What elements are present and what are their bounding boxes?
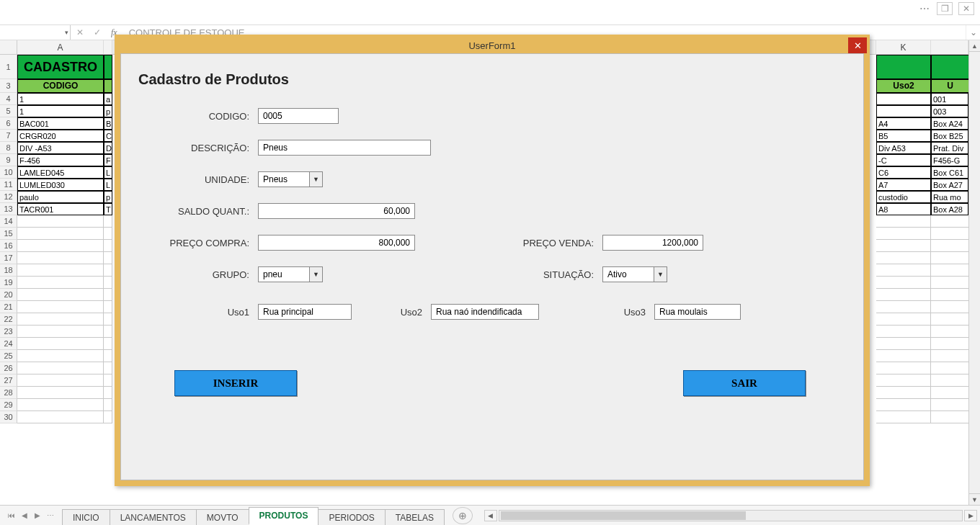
descricao-input[interactable]: [258, 140, 431, 156]
cell[interactable]: [104, 411, 112, 423]
row-header[interactable]: 11: [0, 179, 17, 191]
cell[interactable]: custodio: [876, 191, 931, 203]
cell[interactable]: [104, 264, 112, 277]
cell[interactable]: [931, 228, 968, 240]
row-header[interactable]: 27: [0, 374, 17, 387]
scroll-up-icon[interactable]: ▲: [969, 40, 980, 52]
close-button[interactable]: ✕: [848, 37, 867, 53]
cell[interactable]: [931, 387, 968, 399]
cell[interactable]: A4: [876, 117, 931, 130]
cell[interactable]: 001: [931, 93, 968, 105]
cell[interactable]: [876, 277, 931, 289]
cell[interactable]: [104, 252, 112, 264]
cell[interactable]: [931, 411, 968, 423]
row-header[interactable]: 30: [0, 411, 17, 423]
cell[interactable]: [931, 215, 968, 228]
cell[interactable]: L: [104, 166, 112, 179]
cell[interactable]: [17, 215, 104, 228]
add-sheet-button[interactable]: ⊕: [453, 507, 473, 524]
cell[interactable]: C6: [876, 166, 931, 179]
cell[interactable]: [876, 105, 931, 117]
chevron-down-icon[interactable]: ▼: [654, 267, 667, 282]
cell[interactable]: [17, 387, 104, 399]
cell[interactable]: DIV -A53: [17, 142, 104, 154]
row-header[interactable]: 22: [0, 313, 17, 326]
cell[interactable]: [17, 374, 104, 387]
cell[interactable]: TACR001: [17, 203, 104, 215]
restore-window-icon[interactable]: ❐: [937, 2, 953, 15]
row-header[interactable]: 12: [0, 191, 17, 203]
preco-compra-input[interactable]: [258, 235, 415, 251]
cell[interactable]: [876, 338, 931, 350]
cell[interactable]: [104, 338, 112, 350]
cancel-icon[interactable]: ✕: [76, 27, 84, 37]
row-header[interactable]: 17: [0, 252, 17, 264]
sheet-tab[interactable]: INICIO: [62, 509, 110, 525]
cell[interactable]: CRGR020: [17, 130, 104, 142]
cell[interactable]: -C: [876, 154, 931, 166]
cell[interactable]: [931, 374, 968, 387]
row-header[interactable]: 20: [0, 289, 17, 301]
row-header[interactable]: 9: [0, 154, 17, 166]
cell[interactable]: [876, 387, 931, 399]
cell[interactable]: [17, 326, 104, 338]
cell[interactable]: [931, 399, 968, 411]
uso3-input[interactable]: [654, 304, 741, 320]
cell[interactable]: Div A53: [876, 142, 931, 154]
cell[interactable]: LUMLED030: [17, 179, 104, 191]
chevron-down-icon[interactable]: ▼: [309, 172, 322, 187]
tab-prev-icon[interactable]: ◀: [19, 510, 30, 521]
row-header[interactable]: 1: [0, 55, 17, 79]
sheet-tab[interactable]: PRODUTOS: [249, 507, 319, 525]
column-header[interactable]: [104, 40, 112, 54]
name-box[interactable]: ▾: [0, 25, 71, 40]
row-header[interactable]: 5: [0, 105, 17, 117]
cell[interactable]: [931, 55, 968, 79]
scroll-track[interactable]: [499, 510, 963, 521]
scroll-down-icon[interactable]: ▼: [969, 493, 980, 505]
cell[interactable]: [876, 313, 931, 326]
cell[interactable]: B: [104, 117, 112, 130]
cell[interactable]: [17, 313, 104, 326]
tab-next-icon[interactable]: ▶: [32, 510, 43, 521]
situacao-combo[interactable]: Ativo ▼: [602, 266, 667, 282]
cell[interactable]: [876, 289, 931, 301]
scroll-right-icon[interactable]: ▶: [964, 510, 977, 521]
cell[interactable]: [17, 301, 104, 313]
cell[interactable]: [876, 55, 931, 79]
cell[interactable]: [104, 301, 112, 313]
column-header[interactable]: [931, 40, 968, 54]
cell[interactable]: [104, 362, 112, 374]
column-title-u[interactable]: U: [931, 79, 968, 93]
tab-first-icon[interactable]: ⏮: [6, 510, 17, 521]
row-header[interactable]: 19: [0, 277, 17, 289]
cell[interactable]: L: [104, 179, 112, 191]
cell[interactable]: [931, 338, 968, 350]
cell[interactable]: [931, 326, 968, 338]
scroll-left-icon[interactable]: ◀: [484, 510, 497, 521]
cell[interactable]: F: [104, 154, 112, 166]
cell[interactable]: [104, 374, 112, 387]
tab-menu-icon[interactable]: ⋯: [45, 510, 56, 521]
sair-button[interactable]: SAIR: [683, 370, 806, 396]
cell[interactable]: [104, 277, 112, 289]
row-header[interactable]: 18: [0, 264, 17, 277]
cell[interactable]: [104, 326, 112, 338]
cell[interactable]: paulo: [17, 191, 104, 203]
cell[interactable]: LAMLED045: [17, 166, 104, 179]
cell[interactable]: 1: [17, 105, 104, 117]
cell[interactable]: [104, 289, 112, 301]
more-icon[interactable]: ⋯: [919, 3, 931, 14]
uso1-input[interactable]: [258, 304, 352, 320]
cell[interactable]: [876, 240, 931, 252]
row-header[interactable]: 28: [0, 387, 17, 399]
select-all-corner[interactable]: [0, 40, 17, 54]
cell[interactable]: [876, 93, 931, 105]
enter-icon[interactable]: ✓: [94, 27, 101, 37]
cell[interactable]: D: [104, 142, 112, 154]
cell[interactable]: [931, 277, 968, 289]
cell[interactable]: Rua mo: [931, 191, 968, 203]
cell[interactable]: [17, 338, 104, 350]
cell[interactable]: [17, 399, 104, 411]
cell[interactable]: [876, 399, 931, 411]
